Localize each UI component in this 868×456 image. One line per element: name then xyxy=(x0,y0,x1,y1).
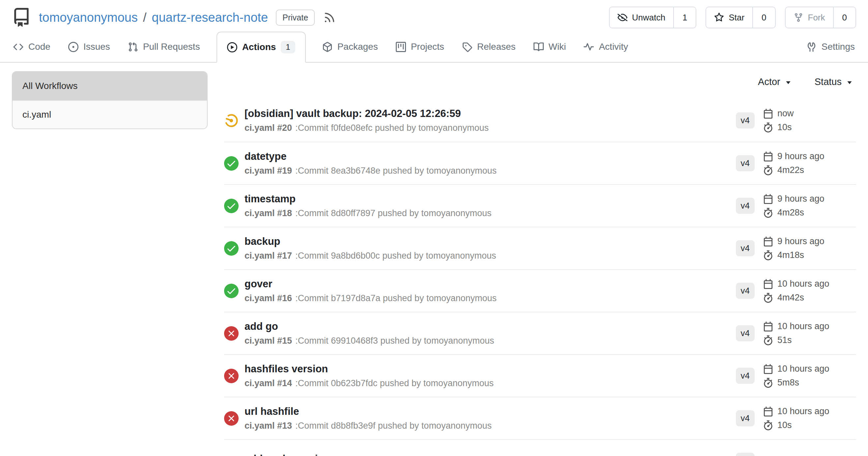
run-meta: v49 hours ago4m22s xyxy=(736,151,856,175)
star-button[interactable]: Star xyxy=(706,7,752,28)
status-filter-dropdown[interactable]: Status xyxy=(815,76,854,87)
tab-actions[interactable]: Actions1 xyxy=(217,32,306,63)
run-title[interactable]: hashfiles version xyxy=(245,363,736,375)
tab-issues[interactable]: Issues xyxy=(67,32,112,62)
tab-label: Activity xyxy=(599,41,628,52)
run-meta: v49 hours ago4m18s xyxy=(736,236,856,260)
run-meta: v4now10s xyxy=(736,108,856,132)
run-title[interactable]: timestamp xyxy=(245,193,736,205)
status-failure-icon xyxy=(224,369,239,383)
branch-badge[interactable]: v4 xyxy=(736,325,755,341)
run-title[interactable]: url hashfile xyxy=(245,405,736,418)
caret-down-icon xyxy=(845,78,854,87)
tab-code[interactable]: Code xyxy=(12,32,52,62)
repo-action-buttons: Unwatch1Star0Fork0 xyxy=(609,7,856,28)
branch-badge[interactable]: v4 xyxy=(736,410,755,426)
run-date: now xyxy=(763,108,856,119)
branch-badge[interactable]: v4 xyxy=(736,240,755,256)
workflow-run-row[interactable]: add cache againv410 hours ago xyxy=(224,439,856,456)
run-title[interactable]: backup xyxy=(245,236,736,248)
fork-button[interactable]: Fork xyxy=(786,7,833,28)
sidebar-item-ci-yaml[interactable]: ci.yaml xyxy=(12,100,207,129)
run-date-text: 10 hours ago xyxy=(777,406,830,417)
run-date-text: 10 hours ago xyxy=(777,364,830,374)
run-duration: 4m18s xyxy=(763,250,856,260)
run-meta: v410 hours ago4m42s xyxy=(736,279,856,303)
run-subtitle: ci.yaml #15:Commit 69910468f3 pushed by … xyxy=(245,336,736,346)
workflow-run-row[interactable]: timestampci.yaml #18:Commit 8d80ff7897 p… xyxy=(224,184,856,227)
run-duration-text: 4m42s xyxy=(777,293,804,303)
run-workflow-number: ci.yaml #15 xyxy=(245,336,292,346)
workflow-run-list: [obsidian] vault backup: 2024-02-05 12:2… xyxy=(224,99,856,456)
tab-settings[interactable]: Settings xyxy=(805,32,856,62)
actor-filter-dropdown[interactable]: Actor xyxy=(758,76,793,87)
workflow-run-row[interactable]: url hashfileci.yaml #13:Commit d8b8fb3e9… xyxy=(224,397,856,439)
status-success-icon xyxy=(224,284,239,298)
workflow-run-row[interactable]: [obsidian] vault backup: 2024-02-05 12:2… xyxy=(224,99,856,142)
run-commit-message: :Commit b7197d8a7a pushed by tomoyanonym… xyxy=(295,293,497,303)
run-title[interactable]: [obsidian] vault backup: 2024-02-05 12:2… xyxy=(245,108,736,120)
branch-badge[interactable]: v4 xyxy=(736,368,755,384)
stopwatch-icon xyxy=(763,378,773,388)
run-meta: v49 hours ago4m28s xyxy=(736,194,856,218)
repo-name-link[interactable]: quartz-research-note xyxy=(152,10,268,25)
branch-badge[interactable]: v4 xyxy=(736,453,755,456)
run-title[interactable]: datetype xyxy=(245,151,736,162)
workflow-run-row[interactable]: goverci.yaml #16:Commit b7197d8a7a pushe… xyxy=(224,269,856,312)
run-duration: 51s xyxy=(763,335,856,345)
sidebar-item-all-workflows[interactable]: All Workflows xyxy=(12,72,207,100)
tab-activity[interactable]: Activity xyxy=(582,32,629,62)
pulse-icon xyxy=(584,42,594,52)
fork-count[interactable]: 0 xyxy=(833,7,856,28)
tab-packages[interactable]: Packages xyxy=(321,32,379,62)
branch-badge[interactable]: v4 xyxy=(736,155,755,171)
calendar-icon xyxy=(763,194,773,204)
book-icon xyxy=(533,42,544,52)
run-title[interactable]: add cache again xyxy=(245,453,736,456)
play-circle-icon xyxy=(227,42,237,53)
repo-owner-link[interactable]: tomoyanonymous xyxy=(39,10,138,25)
run-subtitle: ci.yaml #13:Commit d8b8fb3e9f pushed by … xyxy=(245,421,736,431)
tab-label: Wiki xyxy=(549,41,566,52)
tab-releases[interactable]: Releases xyxy=(461,32,517,62)
unwatch-button[interactable]: Unwatch xyxy=(610,7,673,28)
unwatch-count[interactable]: 1 xyxy=(673,7,696,28)
status-success-icon xyxy=(224,156,239,171)
run-duration-text: 10s xyxy=(777,122,792,132)
tab-projects[interactable]: Projects xyxy=(395,32,445,62)
run-workflow-number: ci.yaml #16 xyxy=(245,293,292,303)
run-duration-text: 4m28s xyxy=(777,207,804,218)
tab-wiki[interactable]: Wiki xyxy=(532,32,567,62)
star-count[interactable]: 0 xyxy=(752,7,775,28)
rss-icon[interactable] xyxy=(323,11,336,24)
workflow-run-row[interactable]: hashfiles versionci.yaml #14:Commit 0b62… xyxy=(224,354,856,397)
workflow-run-row[interactable]: backupci.yaml #17:Commit 9a8bd6b00c push… xyxy=(224,227,856,269)
run-summary: add goci.yaml #15:Commit 69910468f3 push… xyxy=(245,321,736,346)
run-title[interactable]: gover xyxy=(245,278,736,290)
tab-count-badge: 1 xyxy=(281,41,295,53)
run-subtitle: ci.yaml #20:Commit f0fde08efc pushed by … xyxy=(245,123,736,133)
star-button-label: Star xyxy=(728,12,744,23)
run-summary: backupci.yaml #17:Commit 9a8bd6b00c push… xyxy=(245,236,736,261)
tab-label: Releases xyxy=(477,41,516,52)
run-subtitle: ci.yaml #18:Commit 8d80ff7897 pushed by … xyxy=(245,208,736,219)
run-times: now10s xyxy=(763,108,856,132)
workflow-run-row[interactable]: add goci.yaml #15:Commit 69910468f3 push… xyxy=(224,312,856,354)
branch-badge[interactable]: v4 xyxy=(736,112,755,129)
tab-label: Pull Requests xyxy=(143,41,200,52)
project-icon xyxy=(396,42,406,52)
run-date: 9 hours ago xyxy=(763,151,856,161)
run-meta: v410 hours ago5m8s xyxy=(736,364,856,388)
tab-pull-requests[interactable]: Pull Requests xyxy=(127,32,202,62)
run-times: 10 hours ago5m8s xyxy=(763,364,856,388)
package-icon xyxy=(322,42,333,52)
run-duration: 10s xyxy=(763,420,856,430)
run-summary: add cache again xyxy=(245,453,736,456)
workflows-sidebar: All Workflowsci.yaml xyxy=(12,71,208,129)
run-workflow-number: ci.yaml #13 xyxy=(245,421,292,431)
branch-badge[interactable]: v4 xyxy=(736,198,755,214)
branch-badge[interactable]: v4 xyxy=(736,283,755,299)
calendar-icon xyxy=(763,364,773,374)
workflow-run-row[interactable]: datetypeci.yaml #19:Commit 8ea3b6748e pu… xyxy=(224,142,856,184)
run-title[interactable]: add go xyxy=(245,321,736,332)
